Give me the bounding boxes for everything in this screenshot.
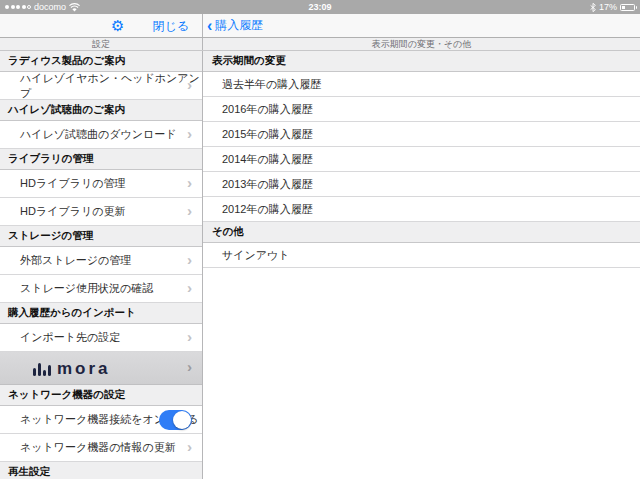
app-screen: docomo 23:09 17% ⚙ 閉じる ‹ 購入履歴 設定 xyxy=(0,0,640,480)
chevron-right-icon: › xyxy=(187,76,192,93)
sidebar-item-mora[interactable]: mora › xyxy=(0,352,202,385)
list-item-last-half-year[interactable]: 過去半年の購入履歴 xyxy=(203,72,640,97)
section-header-library-management: ライブラリの管理 xyxy=(0,149,202,170)
list-item-2013[interactable]: 2013年の購入履歴 xyxy=(203,172,640,197)
list-item-2016[interactable]: 2016年の購入履歴 xyxy=(203,97,640,122)
chevron-right-icon: › xyxy=(187,125,192,142)
section-header-playback-settings: 再生設定 xyxy=(0,462,202,479)
section-header-storage-management: ストレージの管理 xyxy=(0,226,202,247)
battery-icon xyxy=(620,4,635,11)
sidebar-item-hd-library-update[interactable]: HDライブラリの更新 › xyxy=(0,198,202,226)
section-header-network-devices: ネットワーク機器の設定 xyxy=(0,385,202,406)
navigation-bar: ⚙ 閉じる ‹ 購入履歴 xyxy=(0,14,640,38)
list-item-sign-out[interactable]: サインアウト xyxy=(203,243,640,268)
purchase-history-list: 表示期間の変更 過去半年の購入履歴 2016年の購入履歴 2015年の購入履歴 … xyxy=(203,51,640,479)
chevron-right-icon: › xyxy=(187,251,192,268)
section-header-import-from-history: 購入履歴からのインポート xyxy=(0,303,202,324)
list-item-2015[interactable]: 2015年の購入履歴 xyxy=(203,122,640,147)
chevron-right-icon: › xyxy=(187,328,192,345)
section-header-hires-trial-songs: ハイレゾ試聴曲のご案内 xyxy=(0,100,202,121)
sidebar-item-import-destination[interactable]: インポート先の設定 › xyxy=(0,324,202,352)
settings-list: ラディウス製品のご案内 ハイレゾイヤホン・ヘッドホンアンプ › ハイレゾ試聴曲の… xyxy=(0,51,203,479)
chevron-right-icon: › xyxy=(187,279,192,296)
sidebar-item-hires-earphone-amp[interactable]: ハイレゾイヤホン・ヘッドホンアンプ › xyxy=(0,72,202,100)
mora-logo-icon xyxy=(33,361,51,376)
section-header-other: その他 xyxy=(203,222,640,243)
sidebar-item-external-storage[interactable]: 外部ストレージの管理 › xyxy=(0,247,202,275)
sidebar-item-hires-trial-download[interactable]: ハイレゾ試聴曲のダウンロード › xyxy=(0,121,202,149)
gear-icon: ⚙ xyxy=(111,17,124,34)
network-connect-toggle[interactable] xyxy=(159,410,192,430)
status-bar: docomo 23:09 17% xyxy=(0,0,640,14)
chevron-right-icon: › xyxy=(187,438,192,455)
sidebar-item-hd-library-manage[interactable]: HDライブラリの管理 › xyxy=(0,170,202,198)
chevron-right-icon: › xyxy=(187,174,192,191)
section-header-radius-products: ラディウス製品のご案内 xyxy=(0,51,202,72)
back-chevron-icon[interactable]: ‹ xyxy=(207,16,212,36)
clock: 23:09 xyxy=(0,2,640,12)
back-button-title[interactable]: 購入履歴 xyxy=(215,17,263,34)
list-item-2014[interactable]: 2014年の購入履歴 xyxy=(203,147,640,172)
sidebar-item-network-connect-toggle-row: ネットワーク機器接続をオンにする xyxy=(0,406,202,434)
content-area: ラディウス製品のご案内 ハイレゾイヤホン・ヘッドホンアンプ › ハイレゾ試聴曲の… xyxy=(0,51,640,479)
subheader-band: 設定 表示期間の変更・その他 xyxy=(0,38,640,51)
close-button[interactable]: 閉じる xyxy=(152,18,189,35)
chevron-right-icon: › xyxy=(187,202,192,219)
settings-nav: ⚙ 閉じる xyxy=(0,14,203,37)
list-item-2012[interactable]: 2012年の購入履歴 xyxy=(203,197,640,222)
left-pane-title: 設定 xyxy=(0,38,203,50)
right-pane-title: 表示期間の変更・その他 xyxy=(203,38,640,50)
sidebar-item-storage-usage[interactable]: ストレージ使用状況の確認 › xyxy=(0,275,202,303)
sidebar-item-network-info-update[interactable]: ネットワーク機器の情報の更新 › xyxy=(0,434,202,462)
section-header-display-period: 表示期間の変更 xyxy=(203,51,640,72)
purchase-history-nav: ‹ 購入履歴 xyxy=(203,14,640,37)
mora-logo-text: mora xyxy=(57,361,111,376)
chevron-right-icon: › xyxy=(187,358,192,375)
